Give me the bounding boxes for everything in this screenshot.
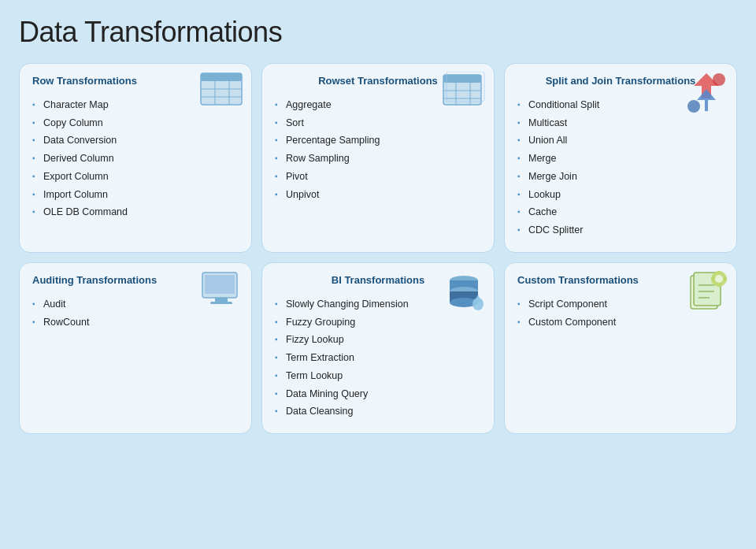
row-transformations-list: Character Map Copy Column Data Conversio… bbox=[32, 96, 239, 221]
list-item: Sort bbox=[275, 114, 481, 132]
top-grid: Row Transformations Character Map Copy C… bbox=[19, 63, 737, 253]
list-item: OLE DB Command bbox=[32, 203, 239, 221]
list-item: Character Map bbox=[32, 96, 239, 114]
bottom-grid: Auditing Transformations Audit RowCount … bbox=[19, 262, 737, 434]
list-item: Percentage Sampling bbox=[275, 132, 481, 150]
page-title: Data Transformations bbox=[19, 16, 737, 49]
list-item: Fizzy Lookup bbox=[275, 331, 481, 349]
card-auditing: Auditing Transformations Audit RowCount bbox=[19, 262, 252, 434]
list-item: RowCount bbox=[32, 313, 239, 332]
list-item: Conditional Split bbox=[517, 96, 724, 114]
svg-rect-1 bbox=[201, 73, 242, 81]
list-item: Copy Column bbox=[32, 114, 239, 132]
svg-rect-36 bbox=[717, 284, 721, 287]
list-item: Merge bbox=[517, 150, 724, 168]
list-item: Unpivot bbox=[275, 186, 481, 204]
card-bi-transformations: BI Transformations Slowly Changing Dimen… bbox=[261, 262, 495, 434]
list-item: Derived Column bbox=[32, 150, 239, 168]
list-item: Aggregate bbox=[275, 96, 481, 114]
list-item: Script Component bbox=[517, 295, 724, 313]
list-item: Multicast bbox=[517, 114, 724, 132]
svg-rect-18 bbox=[205, 275, 235, 294]
list-item: Term Lookup bbox=[275, 367, 481, 385]
svg-rect-7 bbox=[443, 75, 481, 83]
list-item: Import Column bbox=[32, 186, 239, 204]
list-item: CDC Splitter bbox=[517, 221, 724, 239]
list-item: Merge Join bbox=[517, 168, 724, 186]
list-item: Lookup bbox=[517, 186, 724, 204]
svg-rect-38 bbox=[724, 277, 727, 280]
split-join-list: Conditional Split Multicast Union All Me… bbox=[517, 96, 724, 239]
list-item: Audit bbox=[32, 295, 239, 313]
card-rowset-transformations: Rowset Transformations Aggregate Sort Pe… bbox=[261, 63, 495, 253]
list-item: Term Extraction bbox=[275, 349, 481, 367]
custom-list: Script Component Custom Component bbox=[517, 295, 724, 332]
card-row-transformations: Row Transformations Character Map Copy C… bbox=[19, 63, 252, 253]
list-item: Union All bbox=[517, 132, 724, 150]
svg-rect-35 bbox=[717, 271, 721, 274]
list-item: Custom Component bbox=[517, 313, 724, 332]
svg-rect-37 bbox=[711, 277, 714, 280]
auditing-list: Audit RowCount bbox=[32, 295, 239, 332]
svg-point-34 bbox=[715, 275, 723, 283]
list-item: Data Cleansing bbox=[275, 402, 481, 421]
svg-point-15 bbox=[713, 73, 725, 86]
list-item: Pivot bbox=[275, 168, 481, 186]
list-item: Row Sampling bbox=[275, 150, 481, 168]
list-item: Fuzzy Grouping bbox=[275, 313, 481, 332]
list-item: Data Conversion bbox=[32, 132, 239, 150]
card-custom-transformations: Custom Transformations Script Component … bbox=[504, 262, 737, 434]
list-item: Data Mining Query bbox=[275, 385, 481, 403]
list-item: Cache bbox=[517, 203, 724, 221]
list-item: Slowly Changing Dimension bbox=[275, 295, 481, 313]
bi-list: Slowly Changing Dimension Fuzzy Grouping… bbox=[275, 295, 481, 421]
list-item: Export Column bbox=[32, 168, 239, 186]
card-split-join: Split and Join Transformations Condition… bbox=[504, 63, 737, 253]
rowset-transformations-list: Aggregate Sort Percentage Sampling Row S… bbox=[275, 96, 481, 204]
